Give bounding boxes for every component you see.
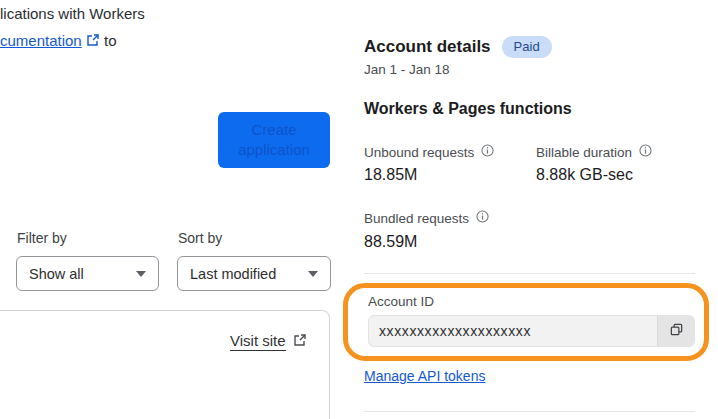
copy-account-id-button[interactable] xyxy=(657,316,694,346)
billable-duration-label: Billable duration xyxy=(536,144,652,160)
copy-icon xyxy=(669,322,684,340)
info-icon[interactable] xyxy=(481,144,494,160)
visit-site-label: Visit site xyxy=(230,332,286,351)
stat-label-text: Bundled requests xyxy=(364,211,469,226)
create-application-button[interactable]: Create application xyxy=(218,112,330,168)
documentation-link[interactable]: cumentation xyxy=(0,32,82,49)
billable-duration-value: 8.88k GB-sec xyxy=(536,166,633,184)
info-icon[interactable] xyxy=(476,210,489,226)
intro-suffix-text: to xyxy=(104,32,117,49)
billing-date-range: Jan 1 - Jan 18 xyxy=(364,62,450,77)
sort-dropdown[interactable]: Last modified xyxy=(177,256,331,291)
manage-api-tokens-link[interactable]: Manage API tokens xyxy=(364,368,485,384)
sort-dropdown-value: Last modified xyxy=(190,266,276,282)
intro-line1-text: lications with Workers xyxy=(0,5,145,22)
account-id-field-group xyxy=(368,315,695,347)
unbound-requests-value: 18.85M xyxy=(364,166,417,184)
bundled-requests-value: 88.59M xyxy=(364,233,417,251)
filter-dropdown-value: Show all xyxy=(29,266,84,282)
paid-plan-badge: Paid xyxy=(502,36,552,58)
bundled-requests-label: Bundled requests xyxy=(364,210,489,226)
intro-line-1: lications with Workers xyxy=(0,0,145,27)
stat-label-text: Billable duration xyxy=(536,145,632,160)
project-card xyxy=(0,310,330,419)
visit-site-link[interactable]: Visit site xyxy=(230,332,307,351)
divider xyxy=(364,273,695,274)
filter-dropdown[interactable]: Show all xyxy=(16,256,159,291)
account-details-header: Account details Paid xyxy=(364,36,552,58)
external-link-icon xyxy=(86,28,100,55)
workers-pages-functions-title: Workers & Pages functions xyxy=(364,100,572,118)
intro-line-2: cumentation to xyxy=(0,27,145,55)
account-id-label: Account ID xyxy=(368,294,434,309)
unbound-requests-label: Unbound requests xyxy=(364,144,494,160)
filter-by-label: Filter by xyxy=(17,230,67,246)
chevron-down-icon xyxy=(308,271,318,277)
stat-label-text: Unbound requests xyxy=(364,145,474,160)
account-id-input[interactable] xyxy=(369,316,657,346)
account-details-title: Account details xyxy=(364,37,491,57)
chevron-down-icon xyxy=(136,271,146,277)
external-link-icon xyxy=(293,333,307,350)
sort-by-label: Sort by xyxy=(178,230,222,246)
info-icon[interactable] xyxy=(639,144,652,160)
workers-intro-text: lications with Workers cumentation to xyxy=(0,0,145,55)
divider xyxy=(364,411,695,412)
